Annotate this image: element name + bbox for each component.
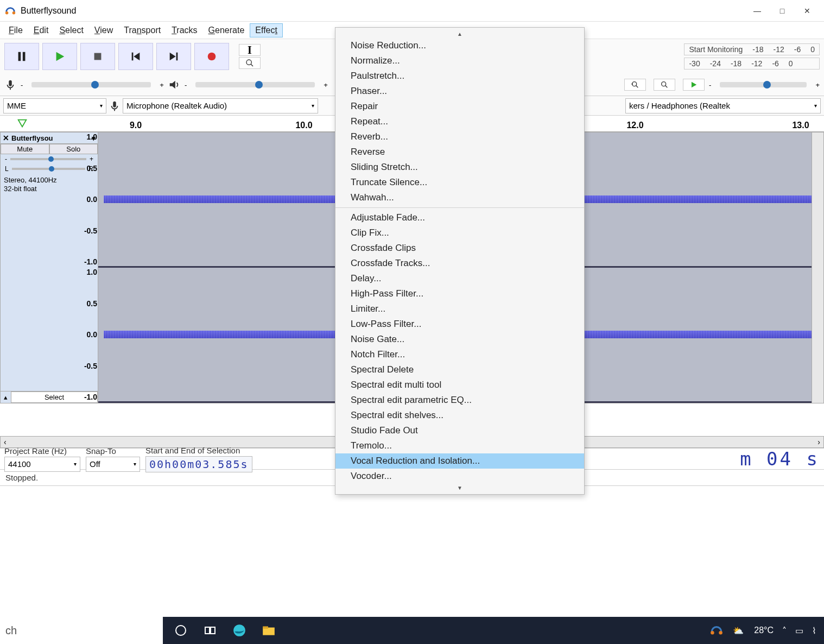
skip-start-button[interactable]	[118, 43, 153, 70]
effect-adjustable-fade[interactable]: Adjustable Fade...	[335, 207, 584, 225]
effect-spectral-eq[interactable]: Spectral edit parametric EQ...	[335, 393, 584, 408]
snap-to-label: Snap-To	[86, 446, 140, 456]
svg-rect-6	[132, 53, 134, 61]
svg-point-29	[711, 631, 714, 635]
playback-volume-slider[interactable]	[195, 82, 315, 87]
effect-spectral-delete[interactable]: Spectral Delete	[335, 362, 584, 377]
track-name-label: Butterflysou	[11, 134, 53, 142]
effect-tremolo[interactable]: Tremolo...	[335, 438, 584, 453]
effect-noise-reduction[interactable]: Noise Reduction...	[335, 38, 584, 53]
effect-noise-gate[interactable]: Noise Gate...	[335, 332, 584, 347]
mic-icon	[109, 100, 121, 112]
titlebar: Butterflysound — □ ✕	[0, 0, 824, 22]
play-button[interactable]	[42, 43, 77, 70]
recording-meter[interactable]: Start Monitoring -18 -12 -6 0	[684, 43, 820, 55]
scroll-right-icon[interactable]: ›	[817, 438, 820, 446]
effect-limiter[interactable]: Limiter...	[335, 301, 584, 317]
effect-normalize[interactable]: Normalize...	[335, 53, 584, 68]
maximize-button[interactable]: □	[770, 0, 795, 22]
mute-button[interactable]: Mute	[1, 144, 49, 154]
effect-reverse[interactable]: Reverse	[335, 144, 584, 160]
svg-marker-7	[134, 53, 140, 61]
effect-crossfade-tracks[interactable]: Crossfade Tracks...	[335, 256, 584, 271]
record-button[interactable]	[194, 43, 229, 70]
menu-select[interactable]: Select	[54, 23, 88, 37]
recording-device-select[interactable]: Microphone (Realtek Audio)▾	[123, 98, 318, 113]
tray-chevron-icon[interactable]: ˄	[782, 626, 787, 636]
zoom-fit-button[interactable]	[624, 79, 646, 91]
effect-paulstretch[interactable]: Paulstretch...	[335, 68, 584, 84]
skip-end-button[interactable]	[156, 43, 191, 70]
svg-marker-14	[170, 81, 175, 89]
effect-studio-fade[interactable]: Studio Fade Out	[335, 423, 584, 438]
effect-spectral-multi[interactable]: Spectral edit multi tool	[335, 377, 584, 393]
snap-to-select[interactable]: Off▾	[86, 457, 140, 472]
project-rate-select[interactable]: 44100▾	[4, 457, 80, 472]
menu-view[interactable]: View	[89, 23, 118, 37]
status-text: Stopped.	[5, 473, 38, 482]
zoom-tool-button[interactable]	[239, 57, 261, 69]
effect-phaser[interactable]: Phaser...	[335, 84, 584, 99]
collapse-icon[interactable]: ▴	[1, 393, 11, 401]
effect-wahwah[interactable]: Wahwah...	[335, 190, 584, 205]
svg-rect-25	[211, 627, 215, 634]
effect-repair[interactable]: Repair	[335, 99, 584, 114]
menu-file[interactable]: File	[3, 23, 28, 37]
svg-marker-22	[18, 120, 27, 127]
svg-line-19	[665, 85, 667, 87]
effect-clip-fix[interactable]: Clip Fix...	[335, 225, 584, 241]
close-button[interactable]: ✕	[795, 0, 820, 22]
cortana-icon[interactable]	[174, 623, 188, 637]
effect-sliding-stretch[interactable]: Sliding Stretch...	[335, 160, 584, 175]
track-close-button[interactable]: ✕	[3, 134, 9, 142]
effect-crossfade-clips[interactable]: Crossfade Clips	[335, 241, 584, 256]
speaker-icon	[168, 79, 180, 91]
audacity-taskbar-icon[interactable]	[709, 623, 724, 637]
play-speed-slider[interactable]	[720, 82, 807, 87]
menu-scroll-down-icon[interactable]: ▼	[335, 484, 584, 492]
menu-generate[interactable]: Generate	[203, 23, 250, 37]
menu-edit[interactable]: Edit	[28, 23, 54, 37]
effect-truncate-silence[interactable]: Truncate Silence...	[335, 175, 584, 190]
svg-marker-9	[170, 53, 176, 61]
menu-scroll-up-icon[interactable]: ▲	[335, 30, 584, 38]
menu-transport[interactable]: Transport	[118, 23, 166, 37]
explorer-icon[interactable]	[262, 623, 276, 637]
pause-button[interactable]	[4, 43, 39, 70]
audio-position-display[interactable]: m 04 s	[740, 448, 820, 470]
weather-icon[interactable]: ⛅	[731, 623, 745, 637]
effect-repeat[interactable]: Repeat...	[335, 114, 584, 129]
recording-volume-slider[interactable]	[31, 82, 151, 87]
play-at-speed-button[interactable]	[683, 79, 705, 91]
selection-range-label: Start and End of Selection	[145, 446, 252, 455]
effect-spectral-shelves[interactable]: Spectral edit shelves...	[335, 408, 584, 423]
zoom-sel-button[interactable]	[654, 79, 675, 91]
playback-device-select[interactable]: kers / Headphones (Realtek▾	[625, 98, 821, 113]
menu-tracks[interactable]: Tracks	[166, 23, 202, 37]
stop-button[interactable]	[80, 43, 115, 70]
effect-high-pass[interactable]: High-Pass Filter...	[335, 286, 584, 301]
menu-effect[interactable]: Effect	[250, 23, 283, 37]
taskbar-search[interactable]: ch	[0, 617, 163, 644]
mic-icon	[4, 79, 16, 91]
effect-reverb[interactable]: Reverb...	[335, 129, 584, 144]
task-view-icon[interactable]	[203, 623, 217, 637]
effect-low-pass[interactable]: Low-Pass Filter...	[335, 317, 584, 332]
selection-tool-button[interactable]: I	[239, 44, 261, 56]
scroll-left-icon[interactable]: ‹	[4, 438, 7, 446]
battery-icon[interactable]: ▭	[795, 626, 803, 636]
wifi-icon[interactable]: ⌇	[812, 626, 816, 636]
svg-rect-28	[263, 626, 268, 628]
playback-meter[interactable]: -30 -24 -18 -12 -6 0	[684, 58, 820, 70]
effect-vocal-reduction[interactable]: Vocal Reduction and Isolation...	[335, 453, 584, 469]
effect-vocoder[interactable]: Vocoder...	[335, 469, 584, 484]
svg-marker-4	[56, 52, 65, 61]
edge-icon[interactable]	[232, 623, 246, 637]
selection-start-time[interactable]: 00h00m03.585s	[145, 456, 252, 472]
minimize-button[interactable]: —	[745, 0, 770, 22]
audio-host-select[interactable]: MME▾	[3, 98, 106, 113]
effect-notch-filter[interactable]: Notch Filter...	[335, 347, 584, 362]
vertical-scrollbar[interactable]	[812, 132, 823, 403]
effect-delay[interactable]: Delay...	[335, 271, 584, 286]
project-rate-label: Project Rate (Hz)	[4, 446, 80, 456]
